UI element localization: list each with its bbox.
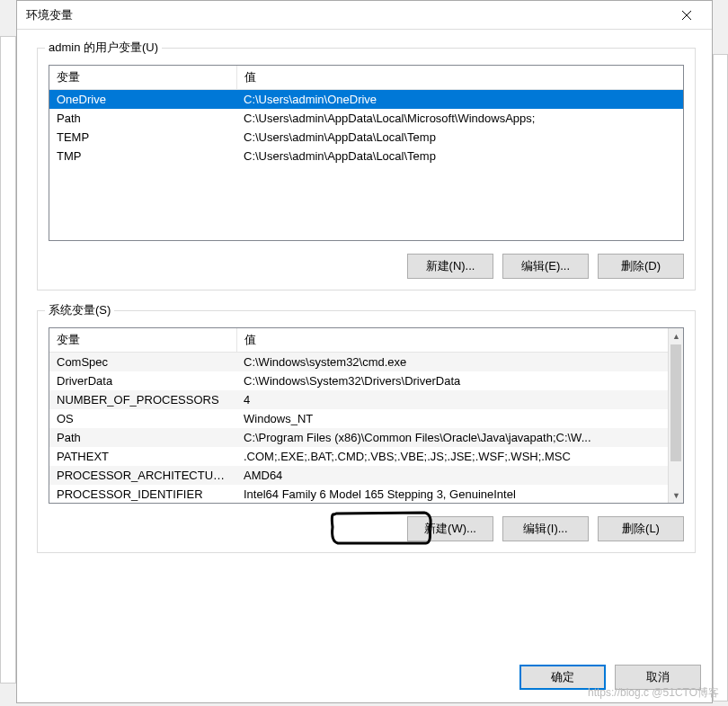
table-row[interactable]: NUMBER_OF_PROCESSORS4 [49, 390, 668, 409]
cell-name: Path [49, 109, 236, 128]
sys-col-value[interactable]: 值 [236, 328, 668, 353]
user-col-name[interactable]: 变量 [49, 66, 236, 90]
cell-name: TEMP [49, 128, 236, 147]
titlebar: 环境变量 [17, 1, 712, 30]
system-vars-table[interactable]: 变量 值 ComSpecC:\Windows\system32\cmd.exeD… [49, 328, 668, 504]
cell-name: OS [49, 409, 236, 428]
window-title: 环境变量 [26, 7, 73, 23]
scroll-down-icon[interactable]: ▼ [669, 487, 684, 503]
user-vars-group: admin 的用户变量(U) 变量 值 OneDriveC:\Users\adm… [37, 48, 696, 290]
scroll-thumb[interactable] [670, 344, 681, 461]
cell-name: PROCESSOR_IDENTIFIER [49, 485, 236, 504]
table-row[interactable]: ComSpecC:\Windows\system32\cmd.exe [49, 353, 668, 372]
cell-value: 4 [236, 390, 668, 409]
system-vars-group: 系统变量(S) 变量 值 ComSpecC:\Windows\system32\… [37, 310, 696, 553]
table-row[interactable]: TEMPC:\Users\admin\AppData\Local\Temp [49, 128, 683, 147]
cell-value: Intel64 Family 6 Model 165 Stepping 3, G… [236, 485, 668, 504]
cell-value: Windows_NT [236, 409, 668, 428]
table-row[interactable]: PathC:\Users\admin\AppData\Local\Microso… [49, 109, 683, 128]
system-vars-table-container: 变量 值 ComSpecC:\Windows\system32\cmd.exeD… [49, 327, 684, 504]
cell-name: DriverData [49, 371, 236, 390]
system-delete-button[interactable]: 删除(L) [598, 516, 684, 541]
sys-col-name[interactable]: 变量 [49, 328, 236, 353]
close-button[interactable] [669, 3, 705, 28]
cell-name: ComSpec [49, 353, 236, 372]
cell-name: PROCESSOR_ARCHITECTURE [49, 466, 236, 485]
cell-name: PATHEXT [49, 447, 236, 466]
table-row[interactable]: PATHEXT.COM;.EXE;.BAT;.CMD;.VBS;.VBE;.JS… [49, 447, 668, 466]
cell-name: TMP [49, 147, 236, 165]
user-edit-button[interactable]: 编辑(E)... [502, 254, 589, 279]
table-row[interactable]: PROCESSOR_IDENTIFIERIntel64 Family 6 Mod… [49, 485, 668, 504]
watermark: https://blog.c @51CTO博客 [588, 685, 719, 701]
cell-name: OneDrive [49, 90, 236, 110]
cell-name: Path [49, 428, 236, 447]
cell-value: AMD64 [236, 466, 668, 485]
close-icon [681, 10, 692, 21]
env-vars-dialog: 环境变量 admin 的用户变量(U) 变量 值 OneDriveC:\User… [16, 0, 713, 703]
sys-btn-row: 新建(W)... 编辑(I)... 删除(L) [49, 516, 684, 541]
system-edit-button[interactable]: 编辑(I)... [502, 516, 589, 541]
user-vars-table[interactable]: 变量 值 OneDriveC:\Users\admin\OneDrivePath… [49, 66, 683, 165]
cell-value: C:\Windows\System32\Drivers\DriverData [236, 371, 668, 390]
cell-value: C:\Windows\system32\cmd.exe [236, 353, 668, 372]
scroll-up-icon[interactable]: ▲ [669, 328, 684, 344]
table-row[interactable]: PathC:\Program Files (x86)\Common Files\… [49, 428, 668, 447]
table-row[interactable]: DriverDataC:\Windows\System32\Drivers\Dr… [49, 371, 668, 390]
table-row[interactable]: PROCESSOR_ARCHITECTUREAMD64 [49, 466, 668, 485]
cell-value: C:\Users\admin\AppData\Local\Temp [236, 147, 683, 165]
table-row[interactable]: TMPC:\Users\admin\AppData\Local\Temp [49, 147, 683, 165]
user-new-button[interactable]: 新建(N)... [407, 254, 493, 279]
system-vars-label: 系统变量(S) [45, 302, 114, 318]
cell-value: C:\Users\admin\OneDrive [236, 90, 683, 110]
system-new-button[interactable]: 新建(W)... [407, 516, 493, 541]
table-row[interactable]: OneDriveC:\Users\admin\OneDrive [49, 90, 683, 110]
cell-value: C:\Program Files (x86)\Common Files\Orac… [236, 428, 668, 447]
user-col-value[interactable]: 值 [236, 66, 683, 90]
system-scrollbar[interactable]: ▲ ▼ [668, 328, 683, 503]
cell-name: NUMBER_OF_PROCESSORS [49, 390, 236, 409]
user-btn-row: 新建(N)... 编辑(E)... 删除(D) [49, 254, 684, 279]
cell-value: C:\Users\admin\AppData\Local\Temp [236, 128, 683, 147]
cell-value: C:\Users\admin\AppData\Local\Microsoft\W… [236, 109, 683, 128]
user-vars-label: admin 的用户变量(U) [45, 40, 162, 56]
user-vars-table-container: 变量 值 OneDriveC:\Users\admin\OneDrivePath… [49, 65, 684, 241]
cell-value: .COM;.EXE;.BAT;.CMD;.VBS;.VBE;.JS;.JSE;.… [236, 447, 668, 466]
table-row[interactable]: OSWindows_NT [49, 409, 668, 428]
user-delete-button[interactable]: 删除(D) [598, 254, 684, 279]
